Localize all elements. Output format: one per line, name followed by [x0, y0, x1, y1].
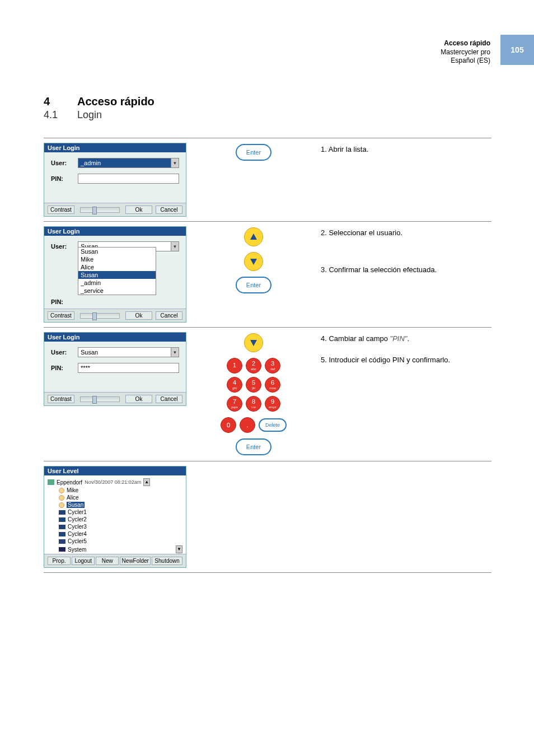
contrast-slider[interactable]	[80, 313, 120, 319]
enter-key[interactable]: Enter	[236, 144, 271, 161]
pin-label: PIN:	[51, 175, 78, 182]
cancel-button[interactable]: Cancel	[156, 206, 182, 214]
user-label: User:	[51, 243, 78, 250]
svg-marker-2	[250, 340, 257, 346]
arrow-up-key[interactable]	[244, 227, 263, 246]
system-icon	[59, 547, 65, 552]
ok-button[interactable]: Ok	[125, 311, 152, 320]
delete-key[interactable]: Delete	[259, 418, 287, 432]
tree-system[interactable]: System	[68, 547, 86, 553]
ok-button[interactable]: Ok	[125, 206, 152, 214]
step-3-text: 3. Confirmar la selección efectuada.	[321, 264, 491, 276]
user-level-dialog: User Level Eppendorf Nov/30/2007 08:21:0…	[44, 466, 186, 568]
tree-cycler[interactable]: Cycler3	[68, 524, 87, 530]
contrast-button[interactable]: Contrast	[48, 311, 74, 320]
list-item[interactable]: Mike	[78, 255, 156, 263]
numeric-keypad: 1 2abc 3def 4ghi 5jkl 6mno 7pqrs 8tuv 9w…	[227, 358, 280, 412]
header-lang: Español (ES)	[441, 57, 490, 66]
step-1-text: 1. Abrir la lista.	[321, 144, 491, 155]
contrast-button[interactable]: Contrast	[48, 395, 74, 403]
list-item[interactable]: _admin	[78, 279, 156, 287]
cancel-button[interactable]: Cancel	[156, 395, 182, 403]
user-dropdown-value: Susan	[81, 349, 98, 356]
tree-user[interactable]: Mike	[67, 487, 78, 493]
chevron-down-icon[interactable]: ▼	[171, 348, 179, 357]
tree-cycler[interactable]: Cycler1	[68, 509, 87, 515]
arrow-down-key[interactable]	[244, 252, 263, 271]
new-button[interactable]: New	[96, 557, 119, 565]
chevron-down-icon[interactable]: ▼	[171, 158, 179, 167]
enter-key[interactable]: Enter	[236, 438, 271, 455]
dialog-title: User Login	[44, 227, 186, 236]
tree-cycler[interactable]: Cycler5	[68, 538, 87, 544]
prop-button[interactable]: Prop.	[48, 557, 71, 565]
tree-root-label: Eppendorf	[57, 479, 82, 486]
subsection-number: 4.1	[44, 109, 77, 121]
list-item[interactable]: Alice	[78, 263, 156, 271]
scroll-up-icon[interactable]: ▲	[143, 478, 150, 486]
scroll-down-icon[interactable]: ▼	[176, 545, 182, 553]
tree-cycler[interactable]: Cycler2	[68, 516, 87, 522]
contrast-slider[interactable]	[80, 207, 120, 213]
timestamp: Nov/30/2007 08:21:02am	[85, 479, 141, 485]
step-4-text: 4. Cambiar al campo "PIN".	[321, 333, 491, 344]
header-product: Mastercycler pro	[441, 48, 490, 57]
arrow-down-key[interactable]	[244, 333, 263, 352]
digit-0-key[interactable]: 0	[221, 417, 236, 433]
tree-user-selected[interactable]: Susan	[67, 502, 85, 508]
logout-button[interactable]: Logout	[72, 557, 95, 565]
contrast-slider[interactable]	[80, 396, 120, 402]
tree-user[interactable]: Alice	[67, 494, 79, 501]
pin-input[interactable]	[78, 174, 179, 184]
chevron-down-icon[interactable]: ▼	[171, 242, 179, 251]
user-label: User:	[51, 160, 78, 166]
digit-2-key[interactable]: 2abc	[246, 358, 261, 374]
ok-button[interactable]: Ok	[125, 395, 152, 403]
digit-1-key[interactable]: 1	[227, 358, 242, 374]
digit-9-key[interactable]: 9wxyz	[265, 396, 280, 412]
shutdown-button[interactable]: Shutdown	[152, 557, 182, 565]
header-text: Acceso rápido Mastercycler pro Español (…	[441, 35, 500, 66]
svg-marker-1	[250, 259, 257, 265]
device-icon	[59, 525, 65, 529]
digit-7-key[interactable]: 7pqrs	[227, 396, 242, 412]
step-row-4: User Level Eppendorf Nov/30/2007 08:21:0…	[44, 464, 491, 570]
pin-label: PIN:	[51, 298, 78, 305]
list-item[interactable]: _service	[78, 287, 156, 295]
step-row-1: User Login User: _admin ▼ PIN:	[44, 141, 491, 219]
pin-input[interactable]: ****	[78, 363, 179, 373]
login-dialog-1: User Login User: _admin ▼ PIN:	[44, 143, 186, 217]
dialog-title: User Login	[44, 333, 186, 342]
step-row-2: User Login User: Susan ▼ Susan Mike	[44, 224, 491, 325]
tree-view: Eppendorf Nov/30/2007 08:21:02am ▲ Mike …	[44, 475, 186, 554]
header-title: Acceso rápido	[441, 39, 490, 48]
user-dropdown[interactable]: Susan ▼	[78, 347, 179, 357]
digit-4-key[interactable]: 4ghi	[227, 377, 242, 393]
subsection-title-text: Login	[77, 109, 102, 120]
login-dialog-3: User Login User: Susan ▼ PIN:	[44, 332, 186, 406]
digit-5-key[interactable]: 5jkl	[246, 377, 261, 393]
page-number-box: 105	[500, 35, 534, 65]
page-header: Acceso rápido Mastercycler pro Español (…	[441, 35, 534, 66]
subsection-heading: 4.1Login	[44, 109, 491, 121]
step-2-text: 2. Seleccionar el usuario.	[321, 227, 491, 239]
newfolder-button[interactable]: NewFolder	[120, 557, 151, 565]
device-icon	[59, 532, 65, 536]
user-dropdown-list[interactable]: Susan Mike Alice Susan _admin _service	[78, 247, 156, 295]
device-icon	[59, 517, 65, 522]
login-dialog-2: User Login User: Susan ▼ Susan Mike	[44, 226, 186, 323]
user-dropdown-value: _admin	[81, 160, 101, 166]
digit-8-key[interactable]: 8tuv	[246, 396, 261, 412]
list-item[interactable]: Susan	[78, 248, 156, 255]
enter-key[interactable]: Enter	[236, 277, 271, 293]
cancel-button[interactable]: Cancel	[156, 311, 182, 320]
dot-key[interactable]: .	[240, 417, 255, 433]
digit-6-key[interactable]: 6mno	[265, 377, 280, 393]
list-item-selected[interactable]: Susan	[78, 271, 156, 279]
user-dropdown[interactable]: _admin ▼	[78, 158, 179, 168]
tree-cycler[interactable]: Cycler4	[68, 531, 87, 537]
user-icon	[59, 502, 64, 508]
contrast-button[interactable]: Contrast	[48, 206, 74, 214]
digit-3-key[interactable]: 3def	[265, 358, 280, 374]
section-heading: 4Acceso rápido	[44, 95, 491, 108]
